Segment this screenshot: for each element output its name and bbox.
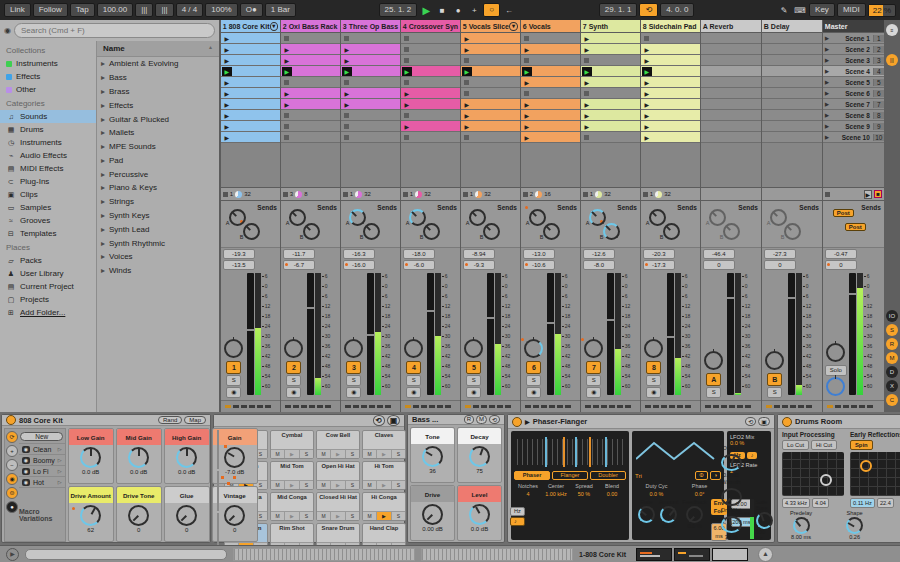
track-activator-button[interactable]: 2	[286, 361, 301, 374]
clip-slot[interactable]: ▶	[341, 55, 400, 66]
draw-mode-icon[interactable]: ✎	[777, 6, 791, 15]
category-item-instruments[interactable]: ◷Instruments	[0, 136, 96, 149]
clip-stop-icon[interactable]	[584, 58, 589, 63]
clip-slot[interactable]	[281, 77, 340, 88]
clip-slot[interactable]: ▶	[401, 88, 460, 99]
return-slot[interactable]	[701, 99, 761, 110]
clip-launch-icon[interactable]: ▶	[342, 56, 352, 65]
track-activator-button[interactable]: 3	[346, 361, 361, 374]
clip-launch-icon[interactable]: ▶	[222, 122, 232, 131]
device-on-toggle[interactable]	[782, 417, 792, 427]
send-a-knob[interactable]: A	[229, 209, 246, 226]
send-b-knob[interactable]: B	[663, 223, 680, 240]
track-header[interactable]: 4 Crossover Syn	[401, 20, 460, 33]
drum-pad-hi-tom[interactable]: Hi TomM▶S	[362, 461, 406, 490]
rate-hz-button[interactable]: Hz	[510, 507, 525, 516]
pad-mute-button[interactable]: M	[271, 450, 285, 458]
clip-slot[interactable]: ▶	[341, 44, 400, 55]
clip-stop-icon[interactable]	[404, 80, 409, 85]
drywet-value[interactable]: 34 %	[725, 534, 738, 540]
return-slot[interactable]	[762, 88, 822, 99]
volume-fader[interactable]	[607, 273, 614, 395]
clip-slot[interactable]: ▶	[281, 66, 340, 77]
fader-handle[interactable]	[487, 317, 494, 319]
hot-swap-icon[interactable]: ⟲	[373, 415, 385, 426]
macro-value[interactable]: 0.00 dB	[422, 526, 443, 532]
clip-stop-icon[interactable]	[584, 91, 589, 96]
pan-knob[interactable]	[644, 339, 663, 358]
shape-value[interactable]: 0.26	[849, 534, 860, 540]
clip-launch-icon[interactable]: ▶	[402, 122, 412, 131]
volume-fader[interactable]	[849, 273, 856, 395]
track-activator-button[interactable]: 6	[526, 361, 541, 374]
stop-all-clips-button[interactable]: ■	[874, 190, 882, 198]
pan-knob[interactable]	[344, 339, 363, 358]
mode-button-phaser[interactable]: Phaser	[514, 471, 550, 480]
macro-knob[interactable]	[422, 504, 443, 525]
clip-launch-icon[interactable]: ▶	[462, 45, 472, 54]
drum-pad-mid-conga[interactable]: Mid CongaM▶S	[270, 492, 314, 521]
clip-launch-icon[interactable]: ▶	[642, 111, 652, 120]
track-header[interactable]: 3 Three Op Bass	[341, 20, 400, 33]
clip-launch-icon[interactable]: ▶	[342, 67, 352, 76]
clip-launch-icon[interactable]: ▶	[522, 111, 532, 120]
volume-value[interactable]: 0	[825, 260, 857, 270]
clip-stop-row[interactable]: 132	[581, 188, 640, 201]
clip-slot[interactable]	[521, 88, 580, 99]
macro-knob[interactable]	[469, 504, 490, 525]
master-header[interactable]: Master	[823, 20, 884, 33]
follow-button[interactable]: Follow	[33, 3, 68, 17]
clip-slot[interactable]: ▶	[221, 55, 280, 66]
clip-launch-icon[interactable]: ▶	[222, 45, 232, 54]
variation-last-icon[interactable]: ●	[6, 501, 18, 513]
category-item-drums[interactable]: ▦Drums	[0, 123, 96, 136]
variation-launch-icon[interactable]: ▷	[58, 446, 62, 452]
clip-slot[interactable]	[461, 55, 520, 66]
arrangement-position-field[interactable]: 25. 1. 2	[379, 3, 418, 17]
collection-item[interactable]: Effects	[0, 70, 96, 83]
lo-cut-button[interactable]: Lo Cut	[782, 440, 809, 450]
return-slot[interactable]	[762, 33, 822, 44]
clip-slot[interactable]: ▶	[581, 110, 640, 121]
clip-launch-icon[interactable]: ▶	[282, 56, 292, 65]
scene-launch-icon[interactable]: ▶	[823, 112, 831, 118]
variation-overwrite-icon[interactable]: ⊜	[6, 487, 18, 499]
scene-row[interactable]: ▶Scene 44	[823, 66, 884, 77]
clip-slot[interactable]: ▶	[641, 55, 700, 66]
clip-slot[interactable]: ▶	[581, 44, 640, 55]
volume-fader[interactable]	[247, 273, 254, 395]
scene-row[interactable]: ▶Scene 33	[823, 55, 884, 66]
clip-launch-icon[interactable]: ▶	[522, 100, 532, 109]
clip-launch-icon[interactable]: ▶	[222, 100, 232, 109]
macro-knob[interactable]	[176, 505, 197, 526]
solo-button[interactable]: S	[767, 387, 782, 398]
clip-slot[interactable]: ▶	[281, 99, 340, 110]
clip-slot[interactable]	[581, 132, 640, 143]
browser-folder-row[interactable]: Brass	[97, 85, 219, 99]
input-freq-value[interactable]: 4.33 kHz	[782, 498, 810, 508]
browser-folder-row[interactable]: Synth Lead	[97, 222, 219, 236]
clip-stop-row[interactable]: 132	[461, 188, 520, 201]
clip-slot[interactable]: ▶	[641, 44, 700, 55]
clip-stop-row[interactable]: 132	[341, 188, 400, 201]
pad-play-button[interactable]: ▶	[285, 512, 299, 520]
clip-slot[interactable]	[521, 55, 580, 66]
rand-button[interactable]: Rand	[158, 416, 182, 424]
place-item-packs[interactable]: ▱Packs	[0, 254, 96, 267]
device-on-toggle[interactable]	[512, 417, 522, 427]
clip-slot[interactable]: ▶	[341, 88, 400, 99]
macro-value[interactable]: 62	[87, 527, 94, 533]
variation-remove-icon[interactable]: −	[6, 459, 18, 471]
device-expand-icon[interactable]: ▶	[525, 418, 530, 425]
variation-row[interactable]: ◉Clean▷	[19, 443, 65, 454]
track-header[interactable]: 8 Sidechain Pad	[641, 20, 700, 33]
clip-slot[interactable]: ▶	[641, 88, 700, 99]
record-button[interactable]: ●	[451, 6, 465, 15]
volume-value[interactable]: 0	[764, 260, 796, 270]
send-a-knob[interactable]: A	[469, 209, 486, 226]
hot-swap-icon[interactable]: ⟲	[745, 417, 756, 426]
pad-mute-button[interactable]: M	[317, 512, 331, 520]
clip-stop-icon[interactable]	[284, 135, 289, 140]
return-slot[interactable]	[701, 88, 761, 99]
mixer-section-toggle-r[interactable]: R	[886, 338, 898, 350]
